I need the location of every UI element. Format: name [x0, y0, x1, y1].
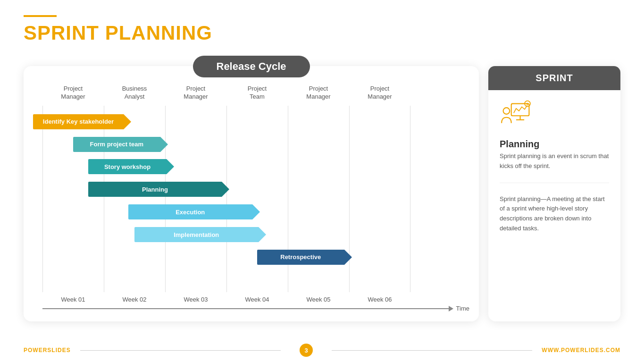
- col-header-1: BusinessAnalyst: [104, 85, 165, 101]
- brand-slides: SLIDES: [47, 347, 70, 354]
- bar-retrospective: Retrospective: [257, 250, 345, 265]
- sprint-divider: [500, 183, 609, 183]
- bars-area: Identify Key stakeholder Form project te…: [33, 106, 469, 273]
- bar-row-4: Execution: [33, 203, 469, 220]
- footer: POWERSLIDES 3 WWW.POWERLIDES.COM: [0, 338, 644, 362]
- week-05: Week 05: [288, 296, 349, 303]
- week-01: Week 01: [42, 296, 104, 303]
- col-headers: ProjectManager BusinessAnalyst ProjectMa…: [42, 85, 469, 101]
- col-header-3: ProjectTeam: [226, 85, 288, 101]
- col-header-5: ProjectManager: [349, 85, 410, 101]
- title-sprint: SPRINT: [24, 22, 99, 44]
- footer-website: WWW.POWERLIDES.COM: [542, 347, 620, 354]
- week-labels: Week 01 Week 02 Week 03 Week 04 Week 05 …: [42, 296, 469, 303]
- week-03: Week 03: [165, 296, 226, 303]
- bar-implementation: Implementation: [134, 227, 259, 242]
- col-header-4: ProjectManager: [288, 85, 349, 101]
- release-badge: Release Cycle: [193, 56, 310, 77]
- header-line: [24, 15, 57, 17]
- bar-planning: Planning: [88, 182, 222, 197]
- bar-row-3: Planning: [33, 181, 469, 198]
- sprint-planning-text1: Sprint planning is an event in scrum tha…: [500, 152, 609, 171]
- bar-row-6: Retrospective: [33, 249, 469, 266]
- sprint-planning-title: Planning: [500, 139, 609, 150]
- bar-row-1: Form project team: [33, 136, 469, 153]
- chart-card: Release Cycle ProjectManager BusinessAna…: [24, 66, 479, 321]
- brand-power: POWER: [24, 347, 47, 354]
- bar-form-team: Form project team: [73, 137, 161, 152]
- bar-story-workshop: Story workshop: [88, 159, 167, 174]
- page-title: SPRINT PLANNING: [24, 22, 620, 44]
- main-content: Release Cycle ProjectManager BusinessAna…: [0, 49, 644, 326]
- title-planning: PLANNING: [99, 22, 212, 44]
- bar-execution: Execution: [128, 204, 253, 219]
- svg-point-5: [503, 108, 510, 114]
- footer-brand: POWERSLIDES: [24, 347, 71, 354]
- bar-row-2: Story workshop: [33, 158, 469, 175]
- footer-line-right: [332, 350, 532, 351]
- header: SPRINT PLANNING: [0, 0, 644, 49]
- col-header-2: ProjectManager: [165, 85, 226, 101]
- bar-row-0: Identify Key stakeholder: [33, 113, 469, 130]
- bar-row-5: Implementation: [33, 226, 469, 243]
- footer-page-number: 3: [300, 344, 313, 357]
- svg-text:$: $: [526, 102, 528, 106]
- time-label: Time: [456, 305, 469, 312]
- time-axis: Time: [42, 305, 469, 312]
- bar-identify: Identify Key stakeholder: [33, 114, 124, 129]
- sprint-planning-text2: Sprint planning—A meeting at the start o…: [500, 194, 609, 234]
- sprint-badge: SPRINT: [488, 66, 620, 90]
- week-06: Week 06: [349, 296, 410, 303]
- col-header-0: ProjectManager: [42, 85, 104, 101]
- sprint-card: SPRINT $: [488, 66, 620, 321]
- week-04: Week 04: [226, 296, 288, 303]
- week-02: Week 02: [104, 296, 165, 303]
- footer-line-left: [80, 350, 281, 351]
- sprint-icon: $: [500, 100, 609, 131]
